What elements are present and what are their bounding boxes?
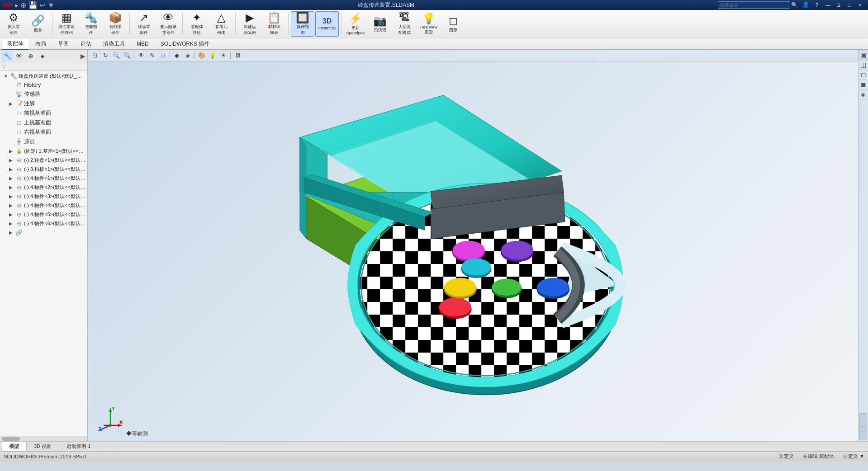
material-bom-icon: 📋 <box>267 12 281 23</box>
side-btn-2[interactable]: ◫ <box>859 60 868 70</box>
tb-assembly-feature[interactable]: ✦ 装配体特征 <box>185 11 209 37</box>
maximize-restore-btn[interactable]: □ <box>844 1 854 9</box>
vp-zoom-area[interactable]: 🔍 <box>111 51 121 61</box>
vp-rotate[interactable]: ↻ <box>100 51 110 61</box>
side-btn-5[interactable]: ◈ <box>859 89 868 99</box>
panel-filter-btn[interactable]: 🔧 <box>2 51 13 61</box>
title-search-input[interactable] <box>718 1 790 9</box>
tb-move-part[interactable]: ↗ 移动零部件 <box>132 11 156 37</box>
vp-shaded[interactable]: ◆ <box>172 51 182 61</box>
tree-obj1[interactable]: ▶ ⊖ (-) 4.物件<1>(默认<<默认>_显示... <box>0 174 87 183</box>
panel-eye-btn[interactable]: 👁 <box>14 51 24 61</box>
main-layout: 🔧 👁 ⊕ ● ▶ ▽ ▼ 🔧 砖盘传送装置 (默认<默认_显示状态-1> ⏱ … <box>0 50 868 441</box>
tab-render[interactable]: 渲染工具 <box>98 39 130 49</box>
tree-obj2[interactable]: ▶ ⊖ (-) 4.物件<2>(默认<<默认>_显示... <box>0 183 87 192</box>
panel-circle-btn[interactable]: ● <box>37 51 48 61</box>
tree-obj3[interactable]: ▶ ⊖ (-) 4.物件<3>(默认<<默认>_显示... <box>0 192 87 201</box>
title-left: SW ▸ ⊕ 💾 ↩ ▼ <box>3 1 55 9</box>
tree-history[interactable]: ⏱ History <box>0 80 87 89</box>
vp-lighting[interactable]: 💡 <box>208 51 218 61</box>
tb-realview[interactable]: 💡 RealView图形 <box>417 11 441 37</box>
tree-front-plane[interactable]: □ 前视基准面 <box>0 108 87 118</box>
panel-expand-btn[interactable]: ▶ <box>81 52 85 60</box>
view-label-text: ◆等轴测 <box>126 430 148 437</box>
close-btn[interactable]: × <box>855 1 865 9</box>
status-custom[interactable]: 自定义 ▼ <box>843 453 864 460</box>
tab-sketch[interactable]: 草图 <box>52 39 74 49</box>
search-icon[interactable]: 🔍 <box>791 2 798 8</box>
tree-mates[interactable]: ▶ 🔗 <box>0 228 87 237</box>
viewport[interactable]: ⊡ ↻ 🔍 🔍 👁 ✎ □ ◆ ◈ 🎨 💡 ☀ 🖥 <box>88 50 858 441</box>
svg-point-30 <box>492 279 522 296</box>
vp-zoom-fit[interactable]: ⊡ <box>90 51 100 61</box>
tree-annotations[interactable]: ▶ 📝 注解 <box>0 99 87 108</box>
tb-large-assembly[interactable]: 🏗 大型装配模式 <box>393 11 416 37</box>
top-plane-icon: □ <box>15 119 23 127</box>
tree-turntable[interactable]: ▶ ⊖ (-) 2.转盘<1>(默认<<默认>_显示... <box>0 155 87 165</box>
root-icon: 🔧 <box>10 72 17 80</box>
vp-monitor[interactable]: 🖥 <box>232 51 242 61</box>
tb-smart-fastener[interactable]: 🔩 智能扣件 <box>79 11 103 37</box>
help-btn[interactable]: ? <box>812 1 822 9</box>
tab-assembly[interactable]: 装配体 <box>2 38 29 50</box>
tb-linear-pattern[interactable]: ▦ 线性零部件阵列 <box>55 11 78 37</box>
tb-smart-parts[interactable]: 📦 智能零部件 <box>104 11 127 37</box>
operation-view-icon: 🔲 <box>296 12 309 23</box>
tb-operation-view[interactable]: 🔲 操作视图 <box>291 11 314 37</box>
tb-speedpak[interactable]: ⚡ 更新Speedpak <box>344 11 367 37</box>
insert-part-icon: ⚙ <box>9 12 19 23</box>
hscroll-thumb[interactable] <box>2 437 20 441</box>
tab-model[interactable]: 模型 <box>2 442 27 451</box>
tab-solidworks-plugins[interactable]: SOLIDWORKS 插件 <box>155 39 215 49</box>
tree-origin[interactable]: ╋ 原点 <box>0 137 87 146</box>
vp-shaded-edges[interactable]: ◈ <box>183 51 193 61</box>
quick-access-toolbar[interactable]: ▸ ⊕ 💾 ↩ ▼ <box>15 1 55 9</box>
tb-join[interactable]: 🔗 配合 <box>26 11 50 37</box>
tb-new-motion[interactable]: ▶ 新建运动算例 <box>238 11 261 37</box>
root-label: 砖盘传送装置 (默认<默认_显示状态-1> <box>19 73 85 80</box>
window-controls: 🔍 👤 ? — ⊡ □ × <box>718 1 865 9</box>
tab-layout[interactable]: 布局 <box>30 39 52 49</box>
vp-display-style[interactable]: □ <box>158 51 168 61</box>
tb-ref-geometry[interactable]: △ 参考几何体 <box>209 11 233 37</box>
tb-insert-part[interactable]: ⚙ 插入零部件 <box>2 11 25 37</box>
snapshot-icon: 📷 <box>373 15 387 26</box>
tb-material-bom[interactable]: 📋 材料明细表 <box>262 11 286 37</box>
tab-3dview[interactable]: 3D 视图 <box>27 442 59 451</box>
tree-root[interactable]: ▼ 🔧 砖盘传送装置 (默认<默认_显示状态-1> <box>0 71 87 80</box>
status-bar: SOLIDWORKS Premium 2019 SP5.0 欠定义 在编辑 装配… <box>0 451 868 461</box>
tree-obj4[interactable]: ▶ ⊖ (-) 4.物件<4>(默认<<默认>_显示... <box>0 201 87 210</box>
tab-mbd[interactable]: MBD <box>131 39 154 48</box>
restore-btn[interactable]: ⊡ <box>834 1 844 9</box>
tree-sensor[interactable]: 📡 传感器 <box>0 89 87 99</box>
user-icon[interactable]: 👤 <box>802 1 809 9</box>
panel-hscroll[interactable] <box>0 436 87 441</box>
svg-point-28 <box>444 278 476 297</box>
side-btn-3[interactable]: ◻ <box>859 70 868 80</box>
tree-obj6[interactable]: ▶ ⊖ (-) 4.物件<6>(默认<<默认>_显... <box>0 219 87 228</box>
front-plane-icon: □ <box>15 110 23 117</box>
vp-zoom-in[interactable]: 🔍 <box>122 51 132 61</box>
vp-section[interactable]: ✎ <box>147 51 157 61</box>
tb-shapes[interactable]: ◻ 图形 <box>441 11 465 37</box>
tb-instant3d[interactable]: 3D Instant3D <box>315 11 339 37</box>
minimize-btn[interactable]: — <box>823 1 833 9</box>
shapes-label: 图形 <box>449 27 457 33</box>
tree-right-plane[interactable]: □ 右视基准面 <box>0 127 87 137</box>
tree-paddle[interactable]: ▶ ⊖ (-) 3.拍板<1>(默认<<默认>_显示... <box>0 165 87 174</box>
vp-view-orient[interactable]: 👁 <box>136 51 146 61</box>
vp-ambient[interactable]: ☀ <box>218 51 228 61</box>
tree-top-plane[interactable]: □ 上视基准面 <box>0 118 87 127</box>
resize-handle[interactable]: ⋮ <box>859 413 867 440</box>
tb-show-hide[interactable]: 👁 显示隐藏零部件 <box>157 11 180 37</box>
origin-label: 原点 <box>24 138 35 146</box>
tree-obj5[interactable]: ▶ ⊖ (-) 4.物件<5>(默认<<默认>_显... <box>0 210 87 219</box>
panel-crosshair-btn[interactable]: ⊕ <box>25 51 36 61</box>
side-btn-4[interactable]: ◼ <box>859 80 868 89</box>
tree-base[interactable]: ▶ 🔒 (固定) 1.基座<1>(默认<<默认>_显... <box>0 146 87 155</box>
tab-motion1[interactable]: 运动算例 1 <box>59 442 98 451</box>
tb-snapshot[interactable]: 📷 拍快照 <box>368 11 392 37</box>
vp-colors[interactable]: 🎨 <box>197 51 207 61</box>
tab-evaluate[interactable]: 评估 <box>75 39 97 49</box>
side-btn-1[interactable]: ▣ <box>859 50 868 60</box>
